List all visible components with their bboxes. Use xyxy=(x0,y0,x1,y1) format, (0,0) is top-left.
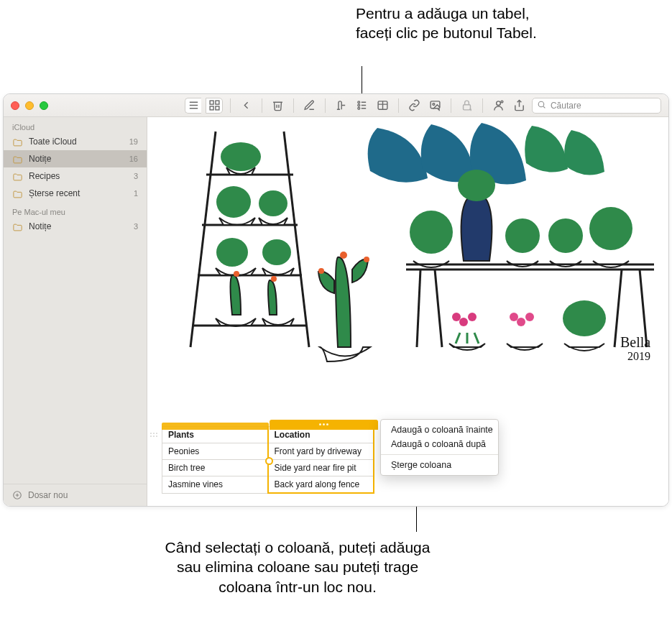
folder-icon xyxy=(12,155,23,164)
sidebar-item-recently-deleted[interactable]: Șterse recent 1 xyxy=(4,185,147,202)
close-window-button[interactable] xyxy=(11,101,19,110)
sidebar-item-all-icloud[interactable]: Toate iCloud 19 xyxy=(4,133,147,150)
table-cell[interactable]: Birch tree xyxy=(162,460,268,476)
sidebar-item-local-notes[interactable]: Notițe 3 xyxy=(4,218,147,235)
folder-icon xyxy=(12,172,23,181)
column-resize-knob[interactable] xyxy=(265,457,273,465)
svg-point-4 xyxy=(358,101,360,103)
svg-point-57 xyxy=(153,436,155,437)
svg-point-46 xyxy=(459,318,468,326)
table-cell[interactable]: Peonies xyxy=(162,443,268,460)
svg-point-47 xyxy=(468,313,477,321)
svg-point-48 xyxy=(452,313,461,321)
svg-point-43 xyxy=(548,218,583,253)
svg-point-52 xyxy=(563,300,606,336)
media-button[interactable] xyxy=(427,98,443,114)
svg-point-44 xyxy=(589,207,632,250)
ctx-delete-column[interactable]: Șterge coloana xyxy=(381,458,498,472)
svg-point-12 xyxy=(501,101,503,103)
svg-point-58 xyxy=(156,436,157,437)
folder-icon xyxy=(12,137,23,147)
search-icon xyxy=(537,100,546,111)
svg-point-51 xyxy=(510,313,518,321)
delete-button[interactable] xyxy=(270,98,286,114)
column-header-tab-1[interactable] xyxy=(162,423,269,430)
svg-point-34 xyxy=(364,257,369,262)
table-cell[interactable]: Front yard by driveway xyxy=(268,443,374,460)
note-content: Bella 2019 Plants Location xyxy=(147,117,668,506)
svg-rect-10 xyxy=(463,105,470,110)
search-placeholder: Căutare xyxy=(551,101,581,111)
svg-point-33 xyxy=(318,268,324,274)
view-list-button[interactable] xyxy=(185,98,201,114)
sidebar-item-label: Notițe xyxy=(29,221,128,231)
svg-line-38 xyxy=(435,270,442,347)
back-button[interactable] xyxy=(238,98,254,114)
svg-point-14 xyxy=(538,101,544,107)
svg-point-29 xyxy=(262,239,291,265)
plus-circle-icon xyxy=(12,490,22,500)
view-gallery-button[interactable] xyxy=(206,98,223,114)
svg-point-50 xyxy=(525,313,534,321)
svg-point-55 xyxy=(156,433,157,434)
ctx-add-column-after[interactable]: Adaugă o coloană după xyxy=(381,437,498,451)
sidebar-group-header: Pe Mac-ul meu xyxy=(4,202,147,218)
svg-point-11 xyxy=(496,101,500,106)
link-button[interactable] xyxy=(406,98,423,114)
sidebar-item-label: Toate iCloud xyxy=(29,137,124,147)
lock-button[interactable] xyxy=(459,98,475,114)
sidebar-item-count: 3 xyxy=(134,222,138,231)
ctx-add-column-before[interactable]: Adaugă o coloană înainte xyxy=(381,423,498,437)
table-cell[interactable]: Jasmine vines xyxy=(162,476,268,494)
svg-point-26 xyxy=(216,186,251,218)
sidebar-item-count: 19 xyxy=(129,137,138,146)
table-cell[interactable]: Side yard near fire pit xyxy=(268,460,374,476)
notes-app-window: Căutare iCloud Toate iCloud 19 Notițe 16 xyxy=(3,93,669,507)
window-traffic-lights xyxy=(11,101,48,110)
svg-line-20 xyxy=(284,132,309,347)
format-button[interactable] xyxy=(332,98,349,114)
folder-icon xyxy=(12,222,23,231)
minimize-window-button[interactable] xyxy=(25,101,34,110)
drag-dots-icon xyxy=(318,423,331,427)
sidebar-item-label: Notițe xyxy=(29,154,124,164)
new-folder-button[interactable]: Dosar nou xyxy=(4,484,147,506)
search-field[interactable]: Căutare xyxy=(532,98,661,114)
svg-rect-0 xyxy=(210,101,213,104)
new-folder-label: Dosar nou xyxy=(28,490,68,500)
svg-point-45 xyxy=(458,170,495,201)
window-body: iCloud Toate iCloud 19 Notițe 16 Re xyxy=(4,117,668,506)
sidebar-item-label: Șterse recent xyxy=(29,188,128,198)
svg-point-31 xyxy=(271,276,277,282)
svg-point-42 xyxy=(505,218,540,253)
folder-icon xyxy=(12,189,23,198)
svg-point-41 xyxy=(410,211,453,254)
svg-point-32 xyxy=(340,252,347,259)
note-illustration: Bella 2019 xyxy=(147,117,668,365)
svg-point-30 xyxy=(234,271,239,277)
zoom-window-button[interactable] xyxy=(40,101,48,110)
sidebar-item-notes[interactable]: Notițe 16 xyxy=(4,150,147,167)
sidebar-item-count: 3 xyxy=(134,172,138,180)
share-button[interactable] xyxy=(511,98,528,114)
sidebar-group-header: iCloud xyxy=(4,117,147,133)
svg-rect-2 xyxy=(210,106,213,110)
svg-point-27 xyxy=(259,190,287,216)
callout-bottom: Când selectați o coloană, puteți adăuga … xyxy=(158,538,437,597)
sidebar-item-recipes[interactable]: Recipes 3 xyxy=(4,167,147,185)
new-note-button[interactable] xyxy=(301,98,318,114)
svg-point-25 xyxy=(221,142,261,171)
column-context-menu: Adaugă o coloană înainte Adaugă o coloan… xyxy=(380,419,499,476)
table-selection-handle-icon[interactable] xyxy=(149,429,159,441)
table-button[interactable] xyxy=(374,98,391,114)
table-cell[interactable]: Back yard along fence xyxy=(268,476,374,494)
folders-sidebar: iCloud Toate iCloud 19 Notițe 16 Re xyxy=(4,117,147,506)
collaborate-button[interactable] xyxy=(490,98,507,114)
svg-point-54 xyxy=(153,433,155,434)
column-header-tab-2-selected[interactable] xyxy=(270,420,378,430)
svg-point-49 xyxy=(517,318,525,326)
sidebar-item-count: 16 xyxy=(129,155,138,163)
callout-top: Pentru a adăuga un tabel, faceți clic pe… xyxy=(356,4,550,43)
table-row[interactable]: Jasmine vines Back yard along fence xyxy=(162,476,374,494)
checklist-button[interactable] xyxy=(354,98,370,114)
